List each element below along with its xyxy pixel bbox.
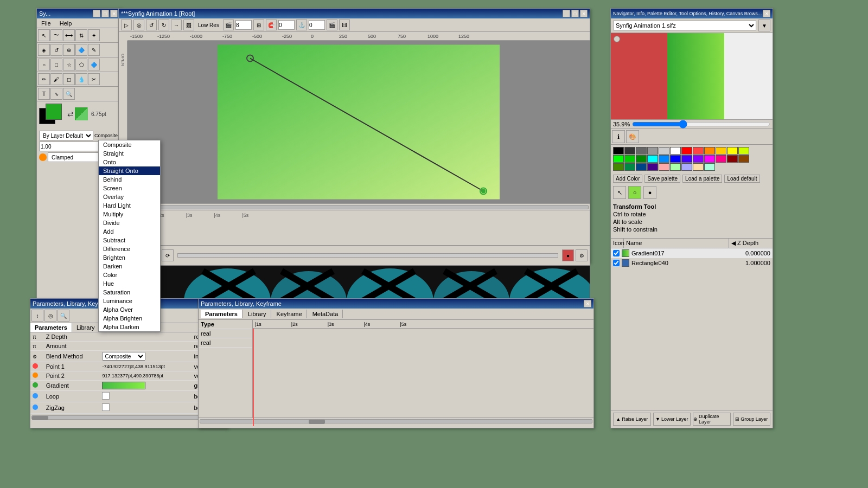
tool-scale[interactable]: ⊕: [63, 44, 75, 56]
fps-input[interactable]: [235, 20, 252, 30]
swatch-pink[interactable]: [716, 155, 726, 163]
blend-subtract[interactable]: Subtract: [99, 236, 160, 245]
tool-feather[interactable]: 🖌: [50, 73, 62, 85]
menu-file[interactable]: File: [39, 20, 53, 27]
swatch-grey[interactable]: [636, 147, 647, 155]
blend-hue[interactable]: Hue: [99, 279, 160, 288]
nav-dropdown-arrow[interactable]: ▼: [758, 20, 770, 31]
blend-difference[interactable]: Difference: [99, 245, 160, 253]
canvas-tool-1[interactable]: ▷: [121, 20, 132, 30]
save-palette-btn[interactable]: Save palette: [644, 175, 680, 183]
param-value-blend[interactable]: Composite: [100, 351, 192, 362]
timeline-close[interactable]: ✕: [584, 300, 591, 307]
tool-unknown4[interactable]: 🔷: [88, 59, 100, 70]
y-offset-input[interactable]: [309, 20, 325, 30]
group-layer-btn[interactable]: ⊞ Group Layer: [733, 413, 771, 426]
tl-track[interactable]: [200, 419, 592, 423]
tool-brush[interactable]: ∿: [50, 88, 62, 100]
swatch-mgrey[interactable]: [647, 147, 658, 155]
scrollbar-track[interactable]: [120, 205, 589, 209]
param-value-loop[interactable]: [100, 391, 192, 402]
duplicate-layer-btn[interactable]: ⊕ Duplicate Layer: [693, 413, 731, 426]
swatch-mint[interactable]: [704, 163, 715, 171]
tool-unknown5[interactable]: ✂: [88, 73, 100, 85]
canvas-video2[interactable]: 🎞: [339, 20, 350, 30]
swatch-violet[interactable]: [681, 155, 692, 163]
swatch-yelw[interactable]: [727, 147, 738, 155]
param-value-zdepth[interactable]: [100, 332, 192, 342]
blend-darken[interactable]: Darken: [99, 262, 160, 271]
tool-eyedrop[interactable]: 💧: [75, 73, 87, 85]
blend-overlay[interactable]: Overlay: [99, 192, 160, 201]
timeline-cursor[interactable]: [253, 329, 254, 426]
swatch-lred[interactable]: [693, 147, 704, 155]
canvas-tool-4[interactable]: ↻: [158, 20, 169, 30]
swatch-navy[interactable]: [636, 163, 647, 171]
tl-tab-params[interactable]: Parameters: [201, 310, 242, 318]
swatch-indigo[interactable]: [647, 163, 658, 171]
blend-color[interactable]: Color: [99, 271, 160, 279]
tool-text[interactable]: T: [38, 88, 50, 100]
blend-alpha-brighten[interactable]: Alpha Brighten: [99, 314, 160, 323]
canvas-video1[interactable]: 🎬: [327, 20, 337, 30]
gradient-swatch[interactable]: [102, 382, 145, 389]
swatch-dgreen[interactable]: [624, 155, 635, 163]
params-tool-2[interactable]: ◎: [44, 310, 56, 322]
layer-gradient-vis[interactable]: [613, 250, 620, 256]
swatch-black[interactable]: [613, 147, 624, 155]
canvas-snap[interactable]: 🧲: [266, 20, 277, 30]
tool-smooth[interactable]: 〜: [50, 29, 62, 41]
tl-thumb[interactable]: [309, 420, 325, 424]
zoom-slider[interactable]: [632, 122, 770, 126]
tab-parameters[interactable]: Parameters: [30, 323, 72, 332]
nav-tab-palette[interactable]: 🎨: [626, 130, 639, 143]
close-btn[interactable]: ✕: [110, 10, 118, 17]
blend-method-select[interactable]: Composite: [102, 352, 145, 361]
swatch-white[interactable]: [670, 147, 681, 155]
settings-btn[interactable]: ⚙: [576, 249, 588, 261]
tool-unknown2[interactable]: 🔷: [75, 44, 87, 56]
params-track[interactable]: [31, 415, 226, 420]
swatch-lpink[interactable]: [659, 163, 669, 171]
load-default-btn[interactable]: Load default: [724, 175, 760, 183]
add-color-btn[interactable]: Add Color: [613, 175, 642, 183]
blend-screen[interactable]: Screen: [99, 184, 160, 192]
canvas-maximize[interactable]: □: [571, 10, 579, 17]
swatch-yellow[interactable]: [716, 147, 726, 155]
blend-alpha-darken[interactable]: Alpha Darken: [99, 323, 160, 331]
tool-circle[interactable]: ○: [38, 59, 50, 70]
swatch-blue[interactable]: [670, 155, 681, 163]
tab-library[interactable]: Library: [72, 323, 100, 332]
swatch-olive[interactable]: [613, 163, 624, 171]
zigzag-checkbox[interactable]: [102, 403, 110, 411]
nav-file-select[interactable]: Synfig Animation 1.sifz: [613, 21, 756, 30]
tl-tab-metadata[interactable]: MetaData: [308, 310, 343, 318]
blend-luminance[interactable]: Luminance: [99, 297, 160, 305]
tool-zoom[interactable]: 🔍: [63, 88, 75, 100]
tl-tab-library[interactable]: Library: [244, 310, 271, 318]
gradient-preview[interactable]: [75, 107, 88, 120]
canvas-minimize[interactable]: _: [563, 10, 570, 17]
swatch-lviolet[interactable]: [681, 163, 692, 171]
swatch-purple[interactable]: [693, 155, 704, 163]
play-loop[interactable]: ⟳: [162, 249, 174, 261]
swatch-red[interactable]: [681, 147, 692, 155]
tool-opt-circle[interactable]: ●: [643, 186, 656, 199]
swatch-brown[interactable]: [738, 155, 749, 163]
blend-straight-onto[interactable]: Straight Onto: [99, 166, 160, 175]
tool-transform[interactable]: ↖: [38, 29, 50, 41]
params-tool-3[interactable]: 🔍: [58, 310, 69, 322]
swatch-maroon[interactable]: [727, 155, 738, 163]
layer-rect-vis[interactable]: [613, 260, 620, 266]
swatch-cyan[interactable]: [647, 155, 658, 163]
canvas-grid[interactable]: ⊞: [253, 20, 264, 30]
tool-opt-arrow[interactable]: ↖: [613, 186, 626, 199]
nav-close[interactable]: ✕: [763, 10, 770, 17]
canvas-tool-anim[interactable]: 🎬: [223, 20, 234, 30]
blend-multiply[interactable]: Multiply: [99, 210, 160, 219]
swatch-lgrey[interactable]: [659, 147, 669, 155]
swap-colors-icon[interactable]: ⇄: [67, 110, 74, 118]
tool-poly[interactable]: ⬠: [75, 59, 87, 70]
playback-slider[interactable]: [177, 253, 558, 258]
foreground-color[interactable]: [46, 104, 62, 120]
